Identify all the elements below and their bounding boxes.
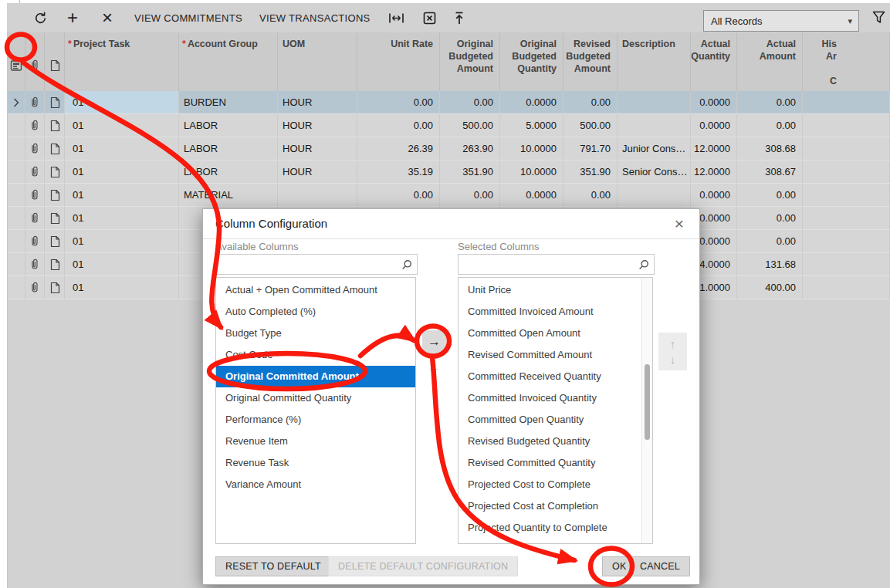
original-budgeted-amount-cell[interactable]: 0.00	[440, 184, 500, 206]
project-task-cell[interactable]: 01	[65, 161, 179, 183]
row-selector-cell[interactable]	[8, 161, 25, 183]
column-option[interactable]: Projected Cost at Completion	[459, 495, 652, 517]
description-cell[interactable]	[618, 184, 691, 206]
project-task-cell[interactable]: 01	[65, 114, 179, 137]
row-selector-cell[interactable]	[8, 207, 25, 229]
scrollbar-thumb[interactable]	[645, 364, 650, 440]
clipped-cell[interactable]	[803, 114, 890, 137]
attachment-cell[interactable]	[25, 161, 45, 183]
original-budgeted-quantity-cell[interactable]: 10.0000	[500, 137, 563, 160]
column-option[interactable]: Committed Invoiced Amount	[459, 301, 652, 323]
actual-amount-cell[interactable]: 131.68	[737, 253, 803, 275]
actual-amount-cell[interactable]: 400.00	[737, 276, 803, 299]
column-header-unit_rate[interactable]: Unit Rate	[357, 32, 440, 91]
column-option[interactable]: Committed Open Amount	[459, 323, 652, 344]
upload-button[interactable]	[446, 3, 472, 32]
revised-budgeted-amount-cell[interactable]: 0.00	[563, 91, 618, 113]
table-row[interactable]: 01BURDENHOUR0.000.000.00000.000.00000.00	[8, 91, 890, 114]
column-option[interactable]: Unit Price	[459, 279, 652, 301]
revised-budgeted-amount-cell[interactable]: 791.70	[563, 137, 618, 160]
attachment-cell[interactable]	[25, 207, 45, 229]
revised-budgeted-amount-cell[interactable]: 351.90	[563, 161, 618, 183]
move-up-icon[interactable]: ↑	[670, 337, 676, 351]
table-row[interactable]: 01LABORHOUR0.00500.005.0000500.000.00000…	[8, 114, 890, 137]
table-row[interactable]: 01LABORHOUR35.19351.9010.0000351.90Senio…	[8, 161, 890, 184]
actual-amount-cell[interactable]: 0.00	[737, 230, 803, 252]
clipped-cell[interactable]	[803, 230, 890, 252]
clipped-cell[interactable]	[803, 161, 890, 183]
note-cell[interactable]	[45, 91, 65, 113]
column-option[interactable]: Performance (%)	[216, 409, 415, 431]
fit-width-button[interactable]	[382, 3, 411, 32]
project-task-cell[interactable]: 01	[65, 230, 179, 252]
table-row[interactable]: 01MATERIAL0.000.000.00000.000.00000.00	[8, 184, 890, 207]
column-option[interactable]: Projected Quantity to Complete	[459, 517, 652, 539]
description-cell[interactable]	[618, 91, 691, 113]
clipped-cell[interactable]	[803, 207, 890, 229]
column-option[interactable]: Projected Cost to Complete	[459, 474, 652, 495]
actual-quantity-cell[interactable]: 0.0000	[691, 114, 737, 137]
column-option[interactable]: Auto Completed (%)	[216, 301, 415, 323]
project-task-cell[interactable]: 01	[65, 207, 179, 229]
records-filter-combo[interactable]: All Records ▾	[703, 10, 859, 32]
delete-row-button[interactable]: ×	[96, 3, 119, 32]
actual-quantity-cell[interactable]: 0.0000	[691, 91, 737, 113]
uom-cell[interactable]: HOUR	[278, 137, 357, 160]
column-header-account_group[interactable]: *Account Group	[179, 32, 278, 91]
actual-amount-cell[interactable]: 0.00	[737, 184, 803, 206]
row-expander-icon[interactable]	[13, 98, 19, 107]
column-option[interactable]: Actual + Open Committed Amount	[216, 279, 415, 301]
column-option[interactable]: Revised Committed Quantity	[459, 452, 652, 474]
column-header-original_budgeted_quantity[interactable]: Original Budgeted Quantity	[500, 32, 563, 91]
account-group-cell[interactable]: BURDEN	[179, 91, 278, 113]
column-option[interactable]: Projected Quantity at Completion	[459, 539, 652, 544]
column-option[interactable]: Revised Committed Amount	[459, 344, 652, 366]
column-option[interactable]: Committed Open Quantity	[459, 409, 652, 431]
original-budgeted-amount-cell[interactable]: 351.90	[440, 161, 500, 183]
export-excel-button[interactable]	[417, 3, 442, 32]
cancel-button[interactable]: CANCEL	[630, 556, 690, 576]
column-option[interactable]: Original Committed Amount	[216, 366, 415, 387]
attachment-cell[interactable]	[25, 276, 45, 299]
reset-to-default-button[interactable]: RESET TO DEFAULT	[215, 556, 331, 576]
refresh-button[interactable]	[27, 3, 54, 32]
unit-rate-cell[interactable]: 35.19	[357, 161, 440, 183]
account-group-cell[interactable]: LABOR	[179, 137, 278, 160]
view-transactions-button[interactable]: VIEW TRANSACTIONS	[253, 3, 377, 32]
table-row[interactable]: 01LABORHOUR26.39263.9010.0000791.70Junio…	[8, 137, 890, 161]
row-selector-cell[interactable]	[8, 230, 25, 252]
uom-cell[interactable]: HOUR	[278, 91, 357, 113]
note-cell[interactable]	[45, 253, 65, 275]
project-task-cell[interactable]: 01	[65, 137, 179, 160]
clipped-cell[interactable]	[803, 276, 890, 299]
column-header-project_task[interactable]: *Project Task	[65, 32, 179, 91]
note-cell[interactable]	[45, 114, 65, 137]
column-option[interactable]: Revised Budgeted Quantity	[459, 431, 652, 452]
column-header-actual_amount[interactable]: Actual Amount	[737, 32, 803, 91]
row-selector-cell[interactable]	[8, 184, 25, 206]
original-budgeted-quantity-cell[interactable]: 10.0000	[500, 161, 563, 183]
original-budgeted-amount-cell[interactable]: 500.00	[440, 114, 500, 137]
actual-quantity-cell[interactable]: 0.0000	[691, 184, 737, 206]
column-header-notes[interactable]	[45, 32, 65, 91]
column-header-clipped_column[interactable]: HisAr C	[803, 32, 890, 91]
move-down-icon[interactable]: ↓	[670, 353, 676, 367]
description-cell[interactable]: Junior Cons…	[618, 137, 691, 160]
column-header-description[interactable]: Description	[618, 32, 691, 91]
original-budgeted-quantity-cell[interactable]: 0.0000	[500, 184, 563, 206]
note-cell[interactable]	[45, 137, 65, 160]
project-task-cell[interactable]: 01	[65, 91, 179, 113]
row-selector-cell[interactable]	[8, 114, 25, 137]
project-task-cell[interactable]: 01	[65, 276, 179, 299]
original-budgeted-amount-cell[interactable]: 263.90	[440, 137, 500, 160]
account-group-cell[interactable]: LABOR	[179, 161, 278, 183]
uom-cell[interactable]	[278, 184, 357, 206]
view-commitments-button[interactable]: VIEW COMMITMENTS	[128, 3, 249, 32]
column-configuration-icon[interactable]	[10, 39, 22, 91]
attachment-cell[interactable]	[25, 91, 45, 113]
column-header-attachments[interactable]	[25, 32, 45, 91]
column-option[interactable]: Committed Received Quantity	[459, 366, 652, 387]
clipped-cell[interactable]	[803, 253, 890, 275]
row-selector-cell[interactable]	[8, 276, 25, 299]
note-cell[interactable]	[45, 230, 65, 252]
